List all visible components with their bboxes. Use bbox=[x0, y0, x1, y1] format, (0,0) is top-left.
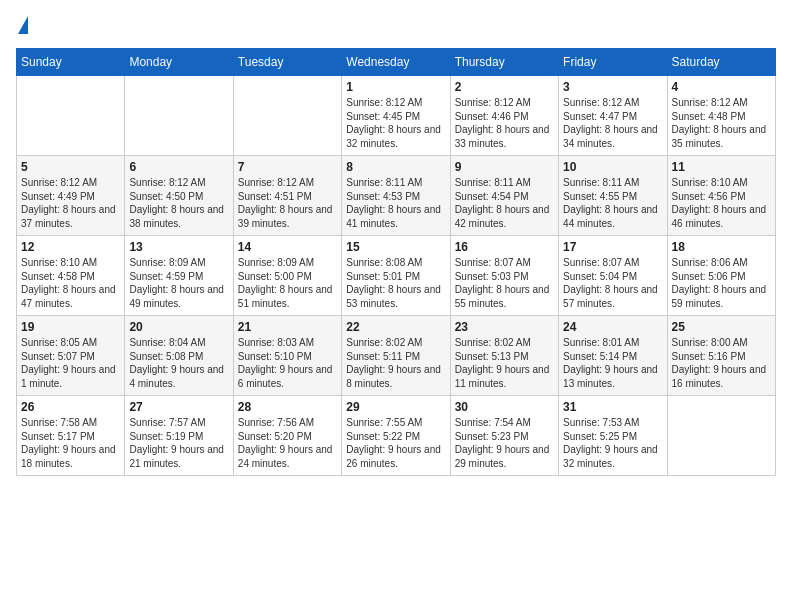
day-info: Sunrise: 8:10 AMSunset: 4:56 PMDaylight:… bbox=[672, 176, 771, 230]
calendar-cell bbox=[17, 76, 125, 156]
day-info: Sunrise: 8:12 AMSunset: 4:50 PMDaylight:… bbox=[129, 176, 228, 230]
calendar-cell: 22Sunrise: 8:02 AMSunset: 5:11 PMDayligh… bbox=[342, 316, 450, 396]
calendar-cell: 30Sunrise: 7:54 AMSunset: 5:23 PMDayligh… bbox=[450, 396, 558, 476]
day-number: 7 bbox=[238, 160, 337, 174]
calendar-week-row: 5Sunrise: 8:12 AMSunset: 4:49 PMDaylight… bbox=[17, 156, 776, 236]
day-number: 11 bbox=[672, 160, 771, 174]
day-number: 26 bbox=[21, 400, 120, 414]
day-info: Sunrise: 8:02 AMSunset: 5:11 PMDaylight:… bbox=[346, 336, 445, 390]
day-number: 1 bbox=[346, 80, 445, 94]
day-info: Sunrise: 7:56 AMSunset: 5:20 PMDaylight:… bbox=[238, 416, 337, 470]
logo-triangle-icon bbox=[18, 16, 28, 34]
weekday-header-sunday: Sunday bbox=[17, 49, 125, 76]
day-number: 31 bbox=[563, 400, 662, 414]
day-number: 17 bbox=[563, 240, 662, 254]
day-number: 30 bbox=[455, 400, 554, 414]
day-info: Sunrise: 8:00 AMSunset: 5:16 PMDaylight:… bbox=[672, 336, 771, 390]
day-number: 27 bbox=[129, 400, 228, 414]
day-info: Sunrise: 7:58 AMSunset: 5:17 PMDaylight:… bbox=[21, 416, 120, 470]
day-info: Sunrise: 8:09 AMSunset: 5:00 PMDaylight:… bbox=[238, 256, 337, 310]
day-number: 25 bbox=[672, 320, 771, 334]
calendar-cell: 2Sunrise: 8:12 AMSunset: 4:46 PMDaylight… bbox=[450, 76, 558, 156]
weekday-header-thursday: Thursday bbox=[450, 49, 558, 76]
calendar-cell bbox=[125, 76, 233, 156]
day-number: 18 bbox=[672, 240, 771, 254]
calendar-cell: 25Sunrise: 8:00 AMSunset: 5:16 PMDayligh… bbox=[667, 316, 775, 396]
calendar-cell bbox=[233, 76, 341, 156]
calendar-cell: 19Sunrise: 8:05 AMSunset: 5:07 PMDayligh… bbox=[17, 316, 125, 396]
calendar-cell: 24Sunrise: 8:01 AMSunset: 5:14 PMDayligh… bbox=[559, 316, 667, 396]
day-number: 28 bbox=[238, 400, 337, 414]
calendar-cell: 17Sunrise: 8:07 AMSunset: 5:04 PMDayligh… bbox=[559, 236, 667, 316]
calendar-cell: 13Sunrise: 8:09 AMSunset: 4:59 PMDayligh… bbox=[125, 236, 233, 316]
day-number: 15 bbox=[346, 240, 445, 254]
day-info: Sunrise: 8:06 AMSunset: 5:06 PMDaylight:… bbox=[672, 256, 771, 310]
weekday-header-monday: Monday bbox=[125, 49, 233, 76]
calendar-cell: 7Sunrise: 8:12 AMSunset: 4:51 PMDaylight… bbox=[233, 156, 341, 236]
day-number: 6 bbox=[129, 160, 228, 174]
day-info: Sunrise: 7:54 AMSunset: 5:23 PMDaylight:… bbox=[455, 416, 554, 470]
day-number: 22 bbox=[346, 320, 445, 334]
calendar-cell bbox=[667, 396, 775, 476]
calendar-cell: 5Sunrise: 8:12 AMSunset: 4:49 PMDaylight… bbox=[17, 156, 125, 236]
calendar-cell: 14Sunrise: 8:09 AMSunset: 5:00 PMDayligh… bbox=[233, 236, 341, 316]
day-info: Sunrise: 8:11 AMSunset: 4:55 PMDaylight:… bbox=[563, 176, 662, 230]
page-header bbox=[16, 16, 776, 36]
day-number: 8 bbox=[346, 160, 445, 174]
calendar-cell: 18Sunrise: 8:06 AMSunset: 5:06 PMDayligh… bbox=[667, 236, 775, 316]
day-info: Sunrise: 8:05 AMSunset: 5:07 PMDaylight:… bbox=[21, 336, 120, 390]
logo bbox=[16, 16, 28, 36]
calendar-cell: 3Sunrise: 8:12 AMSunset: 4:47 PMDaylight… bbox=[559, 76, 667, 156]
day-info: Sunrise: 8:09 AMSunset: 4:59 PMDaylight:… bbox=[129, 256, 228, 310]
day-number: 3 bbox=[563, 80, 662, 94]
day-info: Sunrise: 8:10 AMSunset: 4:58 PMDaylight:… bbox=[21, 256, 120, 310]
day-info: Sunrise: 8:01 AMSunset: 5:14 PMDaylight:… bbox=[563, 336, 662, 390]
calendar-cell: 1Sunrise: 8:12 AMSunset: 4:45 PMDaylight… bbox=[342, 76, 450, 156]
calendar-cell: 16Sunrise: 8:07 AMSunset: 5:03 PMDayligh… bbox=[450, 236, 558, 316]
day-info: Sunrise: 8:07 AMSunset: 5:04 PMDaylight:… bbox=[563, 256, 662, 310]
calendar-cell: 28Sunrise: 7:56 AMSunset: 5:20 PMDayligh… bbox=[233, 396, 341, 476]
day-info: Sunrise: 8:04 AMSunset: 5:08 PMDaylight:… bbox=[129, 336, 228, 390]
calendar-cell: 23Sunrise: 8:02 AMSunset: 5:13 PMDayligh… bbox=[450, 316, 558, 396]
day-info: Sunrise: 8:02 AMSunset: 5:13 PMDaylight:… bbox=[455, 336, 554, 390]
day-number: 19 bbox=[21, 320, 120, 334]
calendar-cell: 8Sunrise: 8:11 AMSunset: 4:53 PMDaylight… bbox=[342, 156, 450, 236]
calendar-cell: 12Sunrise: 8:10 AMSunset: 4:58 PMDayligh… bbox=[17, 236, 125, 316]
calendar-cell: 15Sunrise: 8:08 AMSunset: 5:01 PMDayligh… bbox=[342, 236, 450, 316]
day-number: 16 bbox=[455, 240, 554, 254]
calendar-table: SundayMondayTuesdayWednesdayThursdayFrid… bbox=[16, 48, 776, 476]
weekday-header-tuesday: Tuesday bbox=[233, 49, 341, 76]
calendar-cell: 6Sunrise: 8:12 AMSunset: 4:50 PMDaylight… bbox=[125, 156, 233, 236]
day-info: Sunrise: 7:53 AMSunset: 5:25 PMDaylight:… bbox=[563, 416, 662, 470]
day-info: Sunrise: 8:03 AMSunset: 5:10 PMDaylight:… bbox=[238, 336, 337, 390]
day-number: 12 bbox=[21, 240, 120, 254]
calendar-week-row: 12Sunrise: 8:10 AMSunset: 4:58 PMDayligh… bbox=[17, 236, 776, 316]
calendar-cell: 4Sunrise: 8:12 AMSunset: 4:48 PMDaylight… bbox=[667, 76, 775, 156]
weekday-header-wednesday: Wednesday bbox=[342, 49, 450, 76]
day-number: 5 bbox=[21, 160, 120, 174]
day-info: Sunrise: 7:55 AMSunset: 5:22 PMDaylight:… bbox=[346, 416, 445, 470]
day-info: Sunrise: 8:12 AMSunset: 4:48 PMDaylight:… bbox=[672, 96, 771, 150]
day-info: Sunrise: 7:57 AMSunset: 5:19 PMDaylight:… bbox=[129, 416, 228, 470]
calendar-week-row: 1Sunrise: 8:12 AMSunset: 4:45 PMDaylight… bbox=[17, 76, 776, 156]
day-number: 29 bbox=[346, 400, 445, 414]
day-number: 14 bbox=[238, 240, 337, 254]
day-number: 9 bbox=[455, 160, 554, 174]
calendar-cell: 26Sunrise: 7:58 AMSunset: 5:17 PMDayligh… bbox=[17, 396, 125, 476]
weekday-header-saturday: Saturday bbox=[667, 49, 775, 76]
day-info: Sunrise: 8:12 AMSunset: 4:51 PMDaylight:… bbox=[238, 176, 337, 230]
calendar-cell: 20Sunrise: 8:04 AMSunset: 5:08 PMDayligh… bbox=[125, 316, 233, 396]
calendar-cell: 9Sunrise: 8:11 AMSunset: 4:54 PMDaylight… bbox=[450, 156, 558, 236]
day-info: Sunrise: 8:07 AMSunset: 5:03 PMDaylight:… bbox=[455, 256, 554, 310]
day-number: 10 bbox=[563, 160, 662, 174]
day-number: 21 bbox=[238, 320, 337, 334]
calendar-cell: 11Sunrise: 8:10 AMSunset: 4:56 PMDayligh… bbox=[667, 156, 775, 236]
calendar-week-row: 26Sunrise: 7:58 AMSunset: 5:17 PMDayligh… bbox=[17, 396, 776, 476]
day-info: Sunrise: 8:11 AMSunset: 4:53 PMDaylight:… bbox=[346, 176, 445, 230]
day-number: 4 bbox=[672, 80, 771, 94]
calendar-cell: 29Sunrise: 7:55 AMSunset: 5:22 PMDayligh… bbox=[342, 396, 450, 476]
calendar-cell: 10Sunrise: 8:11 AMSunset: 4:55 PMDayligh… bbox=[559, 156, 667, 236]
day-info: Sunrise: 8:12 AMSunset: 4:45 PMDaylight:… bbox=[346, 96, 445, 150]
day-number: 24 bbox=[563, 320, 662, 334]
day-info: Sunrise: 8:12 AMSunset: 4:47 PMDaylight:… bbox=[563, 96, 662, 150]
